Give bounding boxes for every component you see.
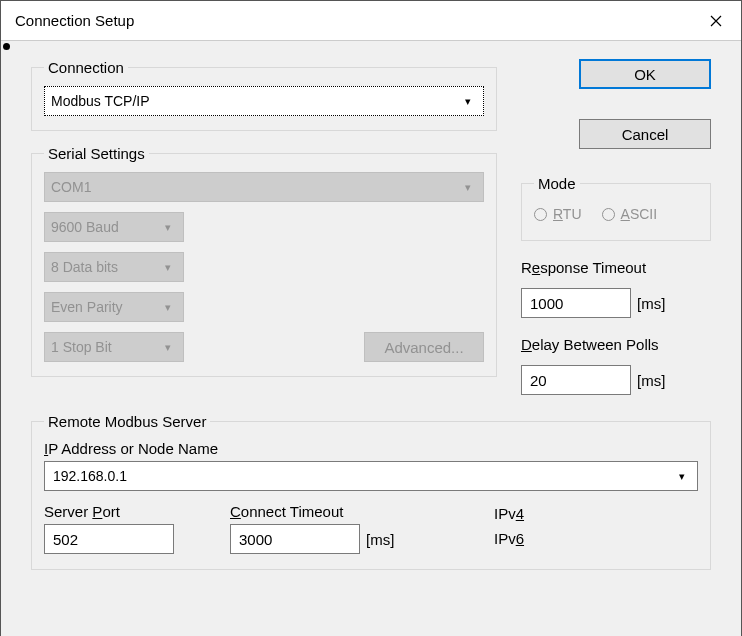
dialog-window: Connection Setup Connection Modbus TCP/I… [0, 0, 742, 636]
content-area: Connection Modbus TCP/IP ▾ Serial Settin… [1, 41, 741, 636]
mode-ascii-label: ASCII [621, 206, 658, 222]
advanced-button-label: Advanced... [384, 339, 463, 356]
delay-unit: [ms] [637, 372, 665, 389]
server-port-input[interactable]: 502 [44, 524, 174, 554]
response-timeout-unit: [ms] [637, 295, 665, 312]
ip-address-value: 192.168.0.1 [53, 468, 127, 484]
serial-parity-select: Even Parity ▾ [44, 292, 184, 322]
ipv6-radio[interactable]: IPv6 [486, 530, 524, 547]
ipv6-label: IPv6 [494, 530, 524, 547]
window-title: Connection Setup [15, 12, 134, 29]
mode-ascii-radio: ASCII [602, 206, 658, 222]
mode-group: Mode RTU ASCII [521, 175, 711, 241]
server-port-label: Server Port [44, 503, 194, 520]
cancel-button[interactable]: Cancel [579, 119, 711, 149]
chevron-down-icon: ▾ [457, 87, 479, 115]
remote-server-group: Remote Modbus Server IP Address or Node … [31, 413, 711, 570]
connection-legend: Connection [44, 59, 128, 76]
radio-icon [534, 208, 547, 221]
serial-legend: Serial Settings [44, 145, 149, 162]
chevron-down-icon: ▾ [157, 333, 179, 361]
chevron-down-icon: ▾ [671, 462, 693, 490]
serial-parity-value: Even Parity [51, 299, 123, 315]
chevron-down-icon: ▾ [457, 173, 479, 201]
chevron-down-icon: ▾ [157, 213, 179, 241]
ok-button[interactable]: OK [579, 59, 711, 89]
connect-timeout-label: Connect Timeout [230, 503, 450, 520]
serial-baud-select: 9600 Baud ▾ [44, 212, 184, 242]
cancel-button-label: Cancel [622, 126, 669, 143]
delay-input[interactable]: 20 [521, 365, 631, 395]
serial-databits-select: 8 Data bits ▾ [44, 252, 184, 282]
serial-settings-group: Serial Settings COM1 ▾ 9600 Baud ▾ 8 Dat… [31, 145, 497, 377]
serial-port-value: COM1 [51, 179, 91, 195]
advanced-button: Advanced... [364, 332, 484, 362]
mode-legend: Mode [534, 175, 580, 192]
ok-button-label: OK [634, 66, 656, 83]
serial-port-select: COM1 ▾ [44, 172, 484, 202]
titlebar: Connection Setup [1, 1, 741, 41]
close-icon [710, 15, 722, 27]
close-button[interactable] [691, 1, 741, 41]
connection-value: Modbus TCP/IP [51, 93, 150, 109]
serial-baud-value: 9600 Baud [51, 219, 119, 235]
response-timeout-input[interactable]: 1000 [521, 288, 631, 318]
ip-address-label: IP Address or Node Name [44, 440, 698, 457]
serial-databits-value: 8 Data bits [51, 259, 118, 275]
mode-rtu-label: RTU [553, 206, 582, 222]
delay-label: Delay Between Polls [521, 336, 711, 353]
radio-icon [602, 208, 615, 221]
connect-timeout-unit: [ms] [366, 531, 394, 548]
remote-legend: Remote Modbus Server [44, 413, 210, 430]
ip-address-combo[interactable]: 192.168.0.1 ▾ [44, 461, 698, 491]
response-timeout-label: Response Timeout [521, 259, 711, 276]
ipv4-label: IPv4 [494, 505, 524, 522]
serial-stopbit-select: 1 Stop Bit ▾ [44, 332, 184, 362]
connect-timeout-input[interactable]: 3000 [230, 524, 360, 554]
ipv4-radio[interactable]: IPv4 [486, 505, 524, 522]
mode-rtu-radio: RTU [534, 206, 582, 222]
chevron-down-icon: ▾ [157, 293, 179, 321]
serial-stopbit-value: 1 Stop Bit [51, 339, 112, 355]
connection-select[interactable]: Modbus TCP/IP ▾ [44, 86, 484, 116]
chevron-down-icon: ▾ [157, 253, 179, 281]
connection-group: Connection Modbus TCP/IP ▾ [31, 59, 497, 131]
